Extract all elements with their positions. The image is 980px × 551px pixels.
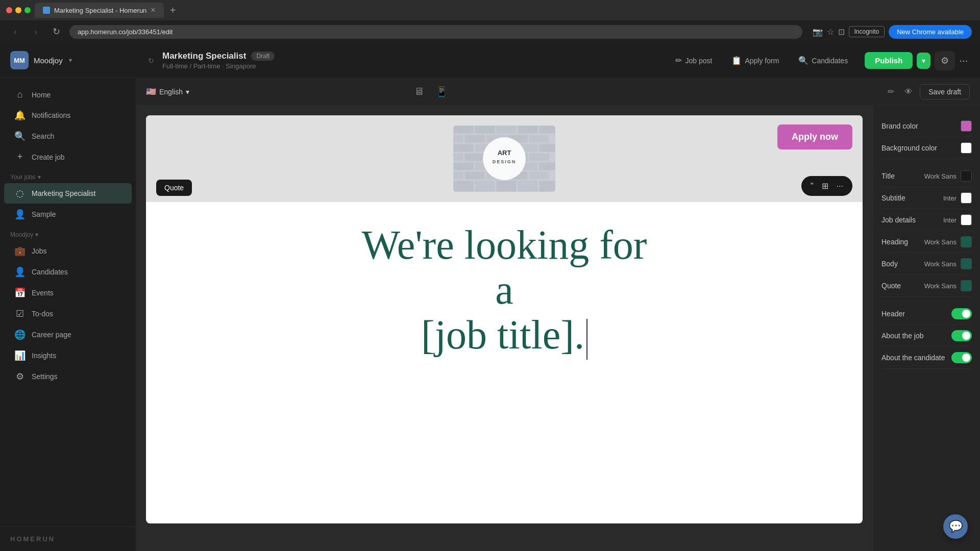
language-chevron-icon: ▾ [186,88,189,96]
svg-text:ART: ART [498,149,511,157]
title-color-swatch[interactable] [961,170,972,182]
tab-apply-form[interactable]: 📋 Apply form [723,51,788,70]
job-details-color-swatch[interactable] [961,214,972,226]
sidebar-item-candidates[interactable]: 👤 Candidates [4,262,132,282]
tab-candidates[interactable]: 🔍 Candidates [790,51,856,70]
sidebar-item-insights[interactable]: 📊 Insights [4,345,132,366]
subtitle-font-name: Inter [943,194,957,202]
address-input[interactable] [69,25,802,39]
app-header: ↻ Marketing Specialist Draft Full-time /… [136,43,980,79]
sidebar-item-todos[interactable]: ☑ To-dos [4,304,132,324]
app-container: MM Moodjoy ▾ ⌂ Home 🔔 Notifications 🔍 Se… [0,43,980,551]
save-draft-btn[interactable]: Save draft [920,84,970,99]
sidebar-item-sample-label: Sample [32,210,56,218]
sidebar-item-todos-label: To-dos [32,310,53,318]
sidebar-item-career-page[interactable]: 🌐 Career page [4,324,132,345]
publish-dropdown-btn[interactable]: ▾ [917,53,930,69]
camera-icon: 📷 [813,27,823,37]
sidebar-item-insights-label: Insights [32,352,56,360]
home-icon: ⌂ [14,89,26,100]
background-color-swatch[interactable] [961,142,972,154]
title-font-row: Title Work Sans [881,165,972,187]
forward-btn[interactable]: › [29,27,43,37]
chat-widget[interactable]: 💬 [943,514,968,539]
minimize-window-btn[interactable] [15,7,21,13]
layout-action-btn[interactable]: ⊞ [819,179,831,193]
browser-chrome: Marketing Specialist - Homerun × + [0,0,980,20]
job-title-row: Marketing Specialist Draft [162,51,658,61]
background-color-label: Background color [881,144,937,152]
svg-text:DESIGN: DESIGN [493,159,517,164]
header-toggle[interactable] [951,308,972,319]
sidebar-item-career-page-label: Career page [32,331,71,339]
svg-rect-3 [496,126,517,134]
language-selector[interactable]: 🇺🇸 English ▾ [146,87,189,96]
org-dropdown-icon[interactable]: ▾ [69,57,72,64]
more-action-btn[interactable]: ··· [834,180,846,193]
sidebar-item-settings[interactable]: ⚙ Settings [4,366,132,387]
quote-action-btn[interactable]: " [807,180,817,193]
org-dropdown-chevron[interactable]: ▾ [35,231,38,238]
sidebar-item-sample[interactable]: 👤 Sample [4,204,132,224]
sidebar-item-notifications[interactable]: 🔔 Notifications [4,105,132,126]
publish-btn[interactable]: Publish [865,52,913,69]
maximize-window-btn[interactable] [24,7,31,13]
job-details-font-row: Job details Inter [881,209,972,231]
tab-close-btn[interactable]: × [151,6,155,15]
canvas-header-image: ART DESIGN Quote " ⊞ ··· [146,115,863,202]
apply-form-icon: 📋 [731,56,742,65]
tab-job-post[interactable]: ✏ Job post [667,51,721,70]
about-job-toggle-row: About the job [881,325,972,347]
brand-color-swatch[interactable] [961,120,972,132]
search-icon: 🔍 [14,131,26,142]
sidebar-item-search[interactable]: 🔍 Search [4,126,132,146]
draft-badge: Draft [251,52,275,61]
pencil-edit-btn[interactable]: ✏ [885,84,897,99]
mobile-view-btn[interactable]: 📱 [430,83,453,101]
active-tab[interactable]: Marketing Specialist - Homerun × [35,3,164,18]
about-candidate-label: About the candidate [881,354,945,362]
homerun-logo: HOMERUN [0,527,136,551]
new-chrome-btn[interactable]: New Chrome available [889,25,972,39]
quote-color-swatch[interactable] [961,280,972,291]
about-candidate-toggle[interactable] [951,352,972,363]
heading-color-swatch[interactable] [961,236,972,247]
career-page-icon: 🌐 [14,329,26,340]
close-window-btn[interactable] [6,7,12,13]
more-options-btn[interactable]: ··· [959,55,968,66]
org-section: Moodjoy ▾ [0,225,136,240]
your-jobs-dropdown-icon[interactable]: ▾ [38,173,41,181]
svg-rect-30 [529,171,549,180]
sidebar-item-create-job[interactable]: + Create job [4,147,132,167]
subtitle-color-swatch[interactable] [961,192,972,204]
job-meta: Full-time / Part-time · Singapore [162,62,658,70]
sidebar-item-jobs[interactable]: 💼 Jobs [4,241,132,261]
svg-rect-20 [529,153,549,161]
headline-line1: We're looking for [362,222,647,267]
sidebar-item-events[interactable]: 📅 Events [4,283,132,303]
back-btn[interactable]: ‹ [8,27,22,37]
about-job-toggle[interactable] [951,330,972,341]
title-label: Title [881,172,895,180]
tab-title: Marketing Specialist - Homerun [54,7,146,14]
preview-btn[interactable]: 👁 [901,84,916,99]
new-tab-btn[interactable]: + [170,5,176,16]
headline-line2: a [495,267,513,312]
gear-settings-btn[interactable]: ⚙ [935,51,955,70]
plus-icon: + [14,152,26,162]
bell-icon: 🔔 [14,110,26,121]
sidebar-item-home[interactable]: ⌂ Home [4,85,132,105]
apply-now-btn[interactable]: Apply now [777,124,852,149]
settings-icon: ⚙ [14,371,26,382]
header-actions: Publish ▾ ⚙ ··· [865,51,968,70]
bookmark-icon[interactable]: ☆ [827,27,834,37]
heading-label: Heading [881,238,908,246]
body-color-swatch[interactable] [961,258,972,269]
sync-icon: ↻ [148,57,154,65]
job-details-font-info: Inter [943,214,972,226]
reload-btn[interactable]: ↻ [49,26,63,37]
split-view-icon[interactable]: ⊡ [838,27,845,37]
sidebar-item-marketing-specialist[interactable]: ◌ Marketing Specialist [4,183,132,204]
desktop-view-btn[interactable]: 🖥 [409,83,429,101]
candidates-icon: 👤 [14,266,26,278]
